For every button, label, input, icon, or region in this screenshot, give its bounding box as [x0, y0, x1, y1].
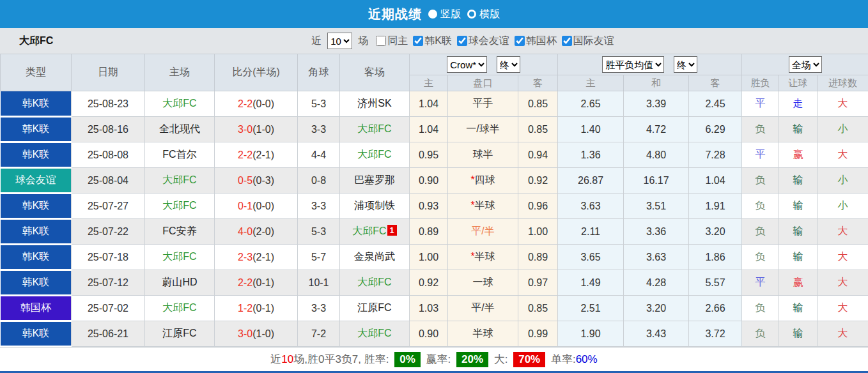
handicap-result: 输 [779, 168, 818, 194]
full-score: 2-2 [238, 98, 252, 109]
away-team-name: 大邱FC [357, 123, 391, 134]
avg-away: 6.29 [689, 117, 742, 142]
goals-result: 大 [818, 270, 868, 296]
away-odds: 0.89 [518, 245, 558, 270]
avg-draw: 4.80 [624, 142, 689, 168]
goals-result: 大 [818, 321, 868, 347]
away-odds: 0.99 [518, 321, 558, 347]
match-result: 负 [742, 321, 779, 347]
radio-unselected-icon[interactable] [467, 10, 476, 19]
scope-select[interactable]: 全场 [789, 56, 822, 73]
home-team: 全北现代 [145, 117, 215, 142]
handicap-line: 平手 [448, 91, 518, 117]
avg-draw: 3.63 [624, 245, 689, 270]
average-period-select[interactable]: 终 [674, 56, 697, 73]
home-team-name: FC安养 [162, 225, 196, 236]
radio-selected-icon[interactable] [428, 10, 437, 19]
home-team-name: 大邱FC [162, 251, 196, 262]
match-date: 25-08-04 [72, 168, 145, 194]
average-select[interactable]: 胜平负均值 [602, 56, 664, 73]
avg-draw: 3.39 [624, 91, 689, 117]
handicap-text: 平/半 [471, 225, 494, 236]
league-type-badge: 韩K联 [1, 270, 72, 296]
handicap-result: 输 [779, 219, 818, 245]
away-odds: 0.96 [518, 194, 558, 219]
layout-option-vertical[interactable]: 竖版 [428, 8, 461, 21]
match-result: 负 [742, 219, 779, 245]
handicap-line: 一/球半 [448, 117, 518, 142]
filter-checkbox-3[interactable]: 韩国杯 [509, 34, 557, 48]
handicap-text: 半球 [473, 328, 493, 339]
avg-away: 5.57 [689, 270, 742, 296]
checkbox-icon[interactable] [376, 36, 386, 46]
away-team: 浦项制铁 [340, 194, 410, 219]
page-title: 近期战绩 [368, 6, 422, 23]
handicap-text: 平/半 [471, 302, 494, 313]
away-team: 济州SK [340, 91, 410, 117]
checkbox-icon[interactable] [413, 36, 423, 46]
full-score: 1-2 [238, 303, 252, 314]
bookmaker-period-select[interactable]: 终 [497, 56, 520, 73]
checkbox-icon[interactable] [515, 36, 525, 46]
goals-result: 小 [818, 117, 868, 142]
away-odds: 0.85 [518, 117, 558, 142]
half-score: (0-1) [252, 303, 274, 314]
score-cell: 3-0(1-0) [215, 117, 298, 142]
filter-checkbox-0[interactable]: 同主 [371, 34, 408, 48]
layout-option-horizontal[interactable]: 横版 [467, 8, 500, 21]
filter-checkbox-2[interactable]: 球会友谊 [452, 34, 509, 48]
match-row: 韩K联25-07-18大邱FC2-3(2-1)5-7金泉尚武1.00*半球0.8… [1, 245, 868, 270]
away-team: 大邱FC [340, 142, 410, 168]
handicap-text: 球半 [473, 149, 493, 160]
avg-home: 2.51 [558, 296, 624, 321]
summary-text: 近10场,胜0平3负7, 胜率: 0% 赢率: 20% 大: 70% 单率:60… [270, 352, 597, 367]
score-cell: 0-5(0-3) [215, 168, 298, 194]
home-team: FC安养 [145, 219, 215, 245]
handicap-text: 四球 [475, 174, 495, 185]
avg-home: 3.65 [558, 245, 624, 270]
goals-result: 大 [818, 245, 868, 270]
header-score: 比分(半场) [215, 54, 298, 91]
avg-draw: 16.17 [624, 168, 689, 194]
avg-home: 2.65 [558, 91, 624, 117]
games-label: 场 [358, 34, 368, 48]
filter-checkbox-label: 韩K联 [424, 34, 452, 48]
match-rows: 韩K联25-08-23大邱FC2-2(0-0)5-3济州SK1.04平手0.85… [1, 91, 868, 347]
match-date: 25-08-16 [72, 117, 145, 142]
corner-score: 3-3 [298, 194, 340, 219]
avg-away: 3.72 [689, 321, 742, 347]
home-team-name: 江原FC [162, 328, 196, 339]
filter-checkbox-1[interactable]: 韩K联 [408, 34, 452, 48]
near-label: 近 [311, 34, 322, 48]
match-count-select[interactable]: 10 [327, 33, 352, 49]
avg-away: 1.04 [689, 168, 742, 194]
home-team: 大邱FC [145, 168, 215, 194]
home-odds: 0.90 [410, 168, 448, 194]
summary-part: 10 [281, 353, 293, 365]
filter-checkbox-label: 同主 [387, 34, 408, 48]
home-odds: 0.89 [410, 219, 448, 245]
sub-header-3: 主 [558, 75, 624, 91]
match-row: 韩K联25-07-27大邱FC0-1(0-0)3-3浦项制铁0.93*半球0.9… [1, 194, 868, 219]
away-team-name: 大邱FC [357, 277, 391, 287]
away-team: 巴塞罗那 [340, 168, 410, 194]
bookmaker-select[interactable]: Crow* [447, 56, 487, 73]
sub-header-0: 主 [410, 75, 448, 91]
half-score: (0-0) [252, 98, 274, 109]
home-team-name: 大邱FC [162, 174, 196, 185]
half-score: (2-0) [252, 226, 274, 237]
checkbox-icon[interactable] [562, 36, 572, 46]
home-team-name: FC首尔 [162, 149, 196, 160]
avg-away: 3.20 [689, 219, 742, 245]
full-score: 2-2 [238, 149, 252, 160]
header-corner: 角球 [298, 54, 340, 91]
avg-home: 1.49 [558, 270, 624, 296]
checkbox-icon[interactable] [457, 36, 467, 46]
home-team: 江原FC [145, 321, 215, 347]
full-score: 4-0 [238, 226, 252, 237]
handicap-line: 球半 [448, 142, 518, 168]
avg-home: 26.87 [558, 168, 624, 194]
filter-checkbox-4[interactable]: 国际友谊 [557, 34, 614, 48]
filterbar: 大邱FC 近 10 场 同主韩K联球会友谊韩国杯国际友谊 [0, 28, 868, 54]
summary-part: 近 [270, 353, 281, 365]
